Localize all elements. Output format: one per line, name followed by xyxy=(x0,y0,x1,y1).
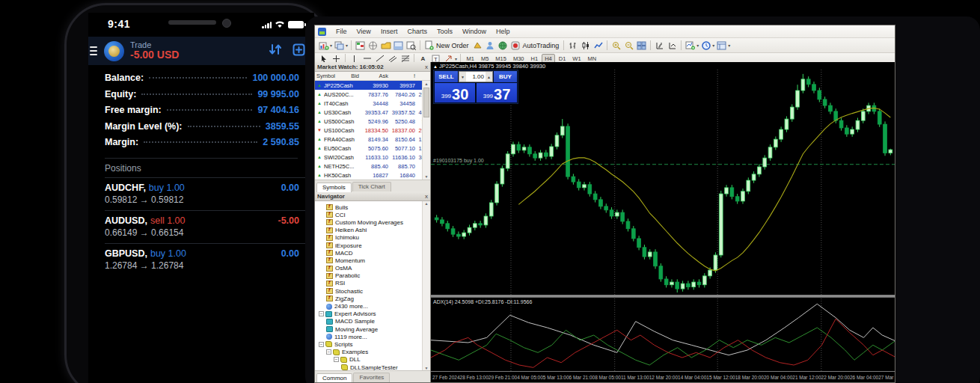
autotrading-icon[interactable] xyxy=(510,40,521,51)
menu-item-tools[interactable]: Tools xyxy=(437,28,453,35)
new-order-icon[interactable] xyxy=(293,43,305,59)
volume-stepper[interactable]: ▼ 1.00 ▲ xyxy=(459,71,493,82)
tile-windows-icon[interactable] xyxy=(636,40,647,51)
position-row[interactable]: GBPUSD,buy 1.000.001.26784 → 1.26784 xyxy=(105,243,314,276)
zoom-in-icon[interactable] xyxy=(610,40,622,51)
column-bid[interactable]: Bid xyxy=(324,73,361,79)
navigator-item[interactable]: RSI xyxy=(315,280,430,287)
data-window-icon[interactable] xyxy=(367,40,379,51)
navigator-item[interactable]: Bulls xyxy=(315,203,430,211)
navigator-item[interactable]: MACD Sample xyxy=(315,318,430,325)
market-watch-row[interactable]: ▲EU50Cash5075.605077.10150 xyxy=(315,144,430,153)
buy-button[interactable]: BUY xyxy=(494,71,517,82)
new-order-button[interactable]: New Order xyxy=(436,42,469,49)
market-watch-row[interactable]: ▲US500Cash5249.965250.4852 xyxy=(315,117,430,126)
profiles-icon[interactable] xyxy=(334,40,345,51)
menu-item-view[interactable]: View xyxy=(357,28,371,35)
market-watch-row[interactable]: ▲FRA40Cash8149.348150.64130 xyxy=(315,135,430,144)
navigator-item[interactable]: −Examples xyxy=(315,349,430,356)
tab-favorites[interactable]: Favorites xyxy=(353,373,390,382)
tab-common[interactable]: Common xyxy=(316,373,352,383)
column-symbol[interactable]: Symbol xyxy=(315,73,324,79)
cascade-icon[interactable] xyxy=(667,40,678,51)
new-order-doc-icon[interactable] xyxy=(423,40,435,51)
column-ask[interactable]: Ask xyxy=(361,73,391,79)
tab-tick-chart[interactable]: Tick Chart xyxy=(352,182,391,192)
volume-decrease-icon[interactable]: ▼ xyxy=(459,72,466,82)
column-spread[interactable]: ! xyxy=(391,73,417,79)
dotted-leader xyxy=(144,141,257,143)
market-watch-icon[interactable] xyxy=(355,40,366,51)
navigator-item[interactable]: MACD xyxy=(315,249,430,257)
navigator-item[interactable]: Stochastic xyxy=(315,287,430,295)
market-watch-row[interactable]: ▲NETH25C...885.40885.7030 xyxy=(315,162,430,171)
bar-chart-icon[interactable] xyxy=(567,40,578,51)
navigator-item[interactable]: Moving Average xyxy=(315,325,430,333)
collapse-icon[interactable]: ▲ xyxy=(433,64,438,69)
community-icon[interactable] xyxy=(485,40,496,51)
close-icon[interactable]: x xyxy=(425,193,428,200)
navigator-item[interactable]: Parabolic xyxy=(315,272,430,280)
market-watch-row[interactable]: ▲HK50Cash168271684013 xyxy=(315,171,430,180)
strategy-tester-icon[interactable] xyxy=(405,40,417,51)
arrange-icon[interactable] xyxy=(654,40,665,51)
navigator-scrollbar[interactable]: ▲▼ xyxy=(422,201,430,370)
volume-value[interactable]: 1.00 xyxy=(466,73,486,80)
new-chart-icon[interactable] xyxy=(318,40,329,51)
navigator-item[interactable]: Heiken Ashi xyxy=(315,227,430,234)
position-row[interactable]: AUDCHF,buy 1.000.000.59812 → 0.59812 xyxy=(105,177,314,210)
tab-symbols[interactable]: Symbols xyxy=(316,183,352,192)
market-watch-scrollbar[interactable]: ▲▼ xyxy=(422,81,430,180)
mql5-icon[interactable] xyxy=(472,40,483,51)
sell-price[interactable]: 39930 xyxy=(435,83,475,102)
navigator-icon[interactable] xyxy=(380,40,391,51)
expand-icon[interactable]: − xyxy=(334,357,339,362)
navigator-item[interactable]: CCI xyxy=(315,211,430,218)
sort-icon[interactable] xyxy=(269,43,282,58)
close-icon[interactable]: x xyxy=(425,64,428,70)
volume-increase-icon[interactable]: ▲ xyxy=(486,72,492,82)
navigator-item[interactable]: 1119 more... xyxy=(315,333,430,340)
navigator-item[interactable]: iExposure xyxy=(315,242,430,249)
menu-item-charts[interactable]: Charts xyxy=(407,28,427,35)
navigator-item[interactable]: Momentum xyxy=(315,257,430,264)
account-summary: Balance:100 000.00Equity:99 995.00Free m… xyxy=(105,73,299,153)
navigator-item[interactable]: Ichimoku xyxy=(315,234,430,242)
pane-splitter[interactable] xyxy=(431,295,895,298)
terminal-icon[interactable] xyxy=(393,40,404,51)
menu-item-help[interactable]: Help xyxy=(496,28,510,35)
market-watch-row[interactable]: ▼US100Cash18334.5018337.00250 xyxy=(315,126,430,135)
market-watch-row[interactable]: ▲US30Cash39353.4739357.52405 xyxy=(315,108,430,117)
menu-item-file[interactable]: File xyxy=(336,28,347,35)
expand-icon[interactable]: − xyxy=(319,311,324,316)
menu-icon[interactable] xyxy=(90,46,97,56)
menu-item-insert[interactable]: Insert xyxy=(381,28,398,35)
navigator-item[interactable]: −DLL xyxy=(315,356,430,364)
autotrading-button[interactable]: AutoTrading xyxy=(523,42,560,49)
navigator-item[interactable]: OsMA xyxy=(315,265,430,272)
navigator-item[interactable]: ZigZag xyxy=(315,295,430,302)
periods-icon[interactable] xyxy=(700,40,711,51)
expand-icon[interactable]: − xyxy=(319,342,324,347)
market-icon[interactable] xyxy=(497,40,509,51)
zoom-out-icon[interactable] xyxy=(623,40,634,51)
navigator-item[interactable]: Custom Moving Averages xyxy=(315,218,430,226)
market-watch-row[interactable]: ▲AUS200C...7837.767840.26250 xyxy=(315,90,430,99)
position-row[interactable]: AUDUSD,sell 1.00-5.000.66149 → 0.66154 xyxy=(105,210,314,243)
indicators-icon[interactable] xyxy=(685,40,696,51)
navigator-item[interactable]: −Expert Advisors xyxy=(315,310,430,318)
navigator-item[interactable]: 2430 more... xyxy=(315,302,430,310)
buy-price[interactable]: 39937 xyxy=(477,83,517,102)
sell-button[interactable]: SELL xyxy=(435,71,458,82)
account-row: Balance:100 000.00 xyxy=(105,73,299,89)
expand-icon[interactable]: − xyxy=(326,349,331,355)
market-watch-row[interactable]: ▲SWI20Cash11633.1011636.10300 xyxy=(315,153,430,162)
line-chart-icon[interactable] xyxy=(592,40,604,51)
market-watch-row[interactable]: ▲JP225Cash39930399377 xyxy=(315,81,430,90)
navigator-item[interactable]: −Scripts xyxy=(315,340,430,348)
candle-chart-icon[interactable] xyxy=(580,40,591,51)
menu-item-window[interactable]: Window xyxy=(462,28,486,35)
navigator-item[interactable]: DLLSampleTester xyxy=(315,364,430,370)
market-watch-row[interactable]: ▲IT40Cash344483445810 xyxy=(315,99,430,108)
templates-icon[interactable] xyxy=(716,40,727,51)
